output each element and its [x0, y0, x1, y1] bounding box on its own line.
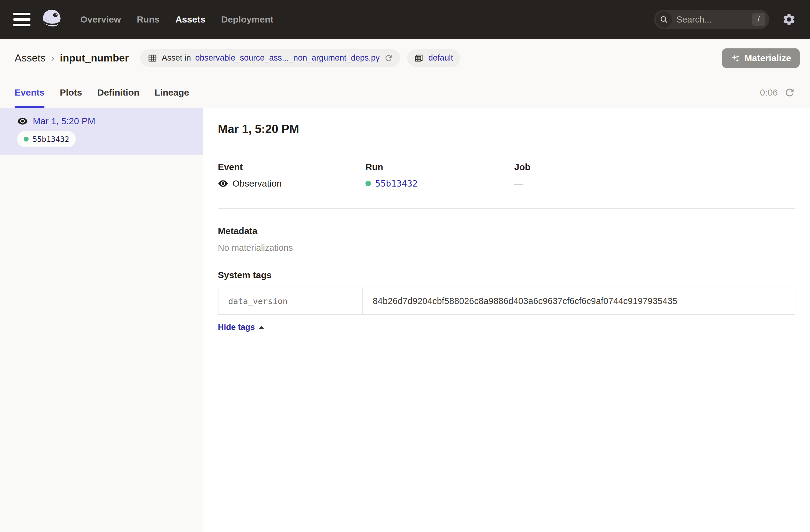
tab-plots[interactable]: Plots: [60, 77, 82, 108]
run-status-dot: [366, 181, 371, 186]
refresh-countdown: 0:06: [760, 87, 778, 98]
run-id: 55b13432: [33, 135, 69, 144]
materialize-button-label: Materialize: [745, 53, 791, 63]
metadata-empty-text: No materializations: [218, 243, 795, 253]
event-type-value: Observation: [232, 178, 282, 189]
run-chip[interactable]: 55b13432: [17, 131, 76, 147]
asset-chip-prefix: Asset in: [162, 53, 191, 63]
gear-icon[interactable]: [781, 12, 797, 27]
run-column: Run 55b13432: [366, 162, 514, 189]
top-nav: Overview Runs Assets Deployment /: [0, 0, 810, 39]
event-info-grid: Event Observation Run 55b13432 Job —: [218, 162, 795, 189]
observation-eye-icon: [17, 116, 28, 127]
job-empty-value: —: [514, 178, 523, 189]
event-column: Event Observation: [218, 162, 366, 189]
divider: [218, 208, 795, 209]
run-label: Run: [366, 162, 514, 172]
hide-tags-link[interactable]: Hide tags: [218, 323, 264, 332]
nav-item-deployment[interactable]: Deployment: [221, 14, 274, 25]
event-list-item[interactable]: Mar 1, 5:20 PM 55b13432: [0, 108, 202, 155]
divider: [218, 150, 795, 150]
refresh-icon[interactable]: [784, 87, 795, 98]
tab-lineage[interactable]: Lineage: [155, 77, 189, 108]
event-label: Event: [218, 162, 366, 172]
metadata-heading: Metadata: [218, 226, 795, 236]
job-label: Job: [514, 162, 795, 172]
tag-key-cell: data_version: [218, 288, 363, 315]
repo-icon: [415, 53, 424, 63]
repository-chip[interactable]: default: [407, 49, 460, 67]
run-status-dot: [24, 136, 29, 142]
tabs: Events Plots Definition Lineage: [15, 77, 189, 108]
tab-events[interactable]: Events: [15, 77, 45, 108]
tag-value-cell: 84b26d7d9204cbf588026c8a9886d403a6c9637c…: [363, 288, 795, 315]
nav-item-overview[interactable]: Overview: [80, 14, 121, 25]
breadcrumb-assets-link[interactable]: Assets: [15, 52, 46, 64]
page-title: input_number: [60, 52, 129, 64]
materialize-button[interactable]: Materialize: [722, 48, 800, 68]
event-timestamp: Mar 1, 5:20 PM: [33, 116, 95, 126]
asset-header: Assets › input_number Asset in observabl…: [0, 39, 810, 77]
nav-item-runs[interactable]: Runs: [136, 14, 159, 25]
search-input[interactable]: [672, 15, 752, 25]
asset-file-link[interactable]: observable_source_ass..._non_argument_de…: [195, 53, 379, 63]
asset-tabs-bar: Events Plots Definition Lineage 0:06: [0, 77, 810, 108]
search-icon: [656, 11, 672, 28]
reload-definitions-icon[interactable]: [384, 53, 393, 63]
run-id-link[interactable]: 55b13432: [375, 178, 418, 189]
event-detail-panel: Mar 1, 5:20 PM Event Observation Run 55b…: [203, 108, 810, 532]
asset-definition-chip: Asset in observable_source_ass..._non_ar…: [140, 49, 400, 67]
hide-tags-label: Hide tags: [218, 323, 255, 332]
dagster-logo-icon[interactable]: [41, 8, 63, 31]
system-tags-heading: System tags: [218, 270, 795, 280]
hamburger-menu-icon[interactable]: [13, 13, 30, 26]
nav-item-assets[interactable]: Assets: [175, 14, 205, 25]
event-list-sidebar: Mar 1, 5:20 PM 55b13432: [0, 108, 203, 532]
table-icon: [148, 53, 157, 63]
system-tags-table: data_version 84b26d7d9204cbf588026c8a988…: [218, 288, 795, 315]
event-detail-title: Mar 1, 5:20 PM: [218, 122, 795, 136]
primary-nav: Overview Runs Assets Deployment: [80, 14, 274, 25]
table-row: data_version 84b26d7d9204cbf588026c8a988…: [218, 288, 795, 315]
job-column: Job —: [514, 162, 795, 189]
search-box[interactable]: /: [654, 10, 769, 29]
breadcrumb-separator: ›: [51, 52, 54, 64]
observation-eye-icon: [218, 178, 228, 189]
repo-link[interactable]: default: [428, 53, 453, 63]
tab-definition[interactable]: Definition: [97, 77, 139, 108]
sparkle-icon: [731, 53, 740, 63]
caret-up-icon: [259, 326, 264, 329]
search-shortcut-key: /: [752, 13, 765, 26]
